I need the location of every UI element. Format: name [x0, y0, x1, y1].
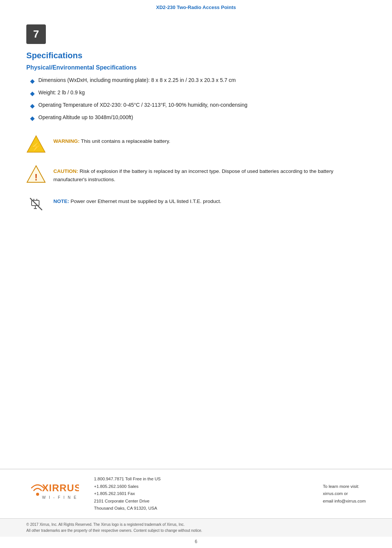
- footer-legal: © 2017 Xirrus, Inc. All Rights Reserved.…: [0, 518, 392, 537]
- page-content: 7 Specifications Physical/Environmental …: [0, 13, 392, 269]
- caution-text: CAUTION: Risk of explosion if the batter…: [53, 164, 366, 183]
- svg-text:XIRRUS: XIRRUS: [42, 482, 79, 494]
- visit-line2: email info@xirrus.com: [323, 498, 366, 505]
- xirrus-logo-svg: XIRRUS W I - F I N E T W O R K S: [26, 479, 79, 507]
- visit-line1: xirrus.com or: [323, 490, 366, 498]
- section-title: Specifications: [26, 51, 366, 61]
- legal-line2: All other trademarks are the property of…: [26, 528, 366, 534]
- list-item: ◆ Dimensions (WxDxH, including mounting …: [30, 76, 366, 86]
- footer-visit: To learn more visit: xirrus.com or email…: [323, 483, 366, 505]
- caution-icon: !: [26, 164, 46, 184]
- caution-label: CAUTION:: [53, 168, 78, 174]
- spec-text: Dimensions (WxDxH, including mounting pl…: [38, 76, 236, 84]
- svg-text:⚡: ⚡: [30, 141, 42, 153]
- footer-logo: XIRRUS W I - F I N E T W O R K S: [26, 479, 79, 509]
- spec-text: Operating Temperature of XD2-230: 0-45°C…: [38, 101, 247, 109]
- note-icon: [26, 194, 46, 214]
- visit-label: To learn more visit:: [323, 483, 366, 490]
- note-body: Power over Ethernet must be supplied by …: [71, 198, 221, 204]
- note-notice: NOTE: Power over Ethernet must be suppli…: [26, 194, 366, 214]
- caution-body: Risk of explosion if the battery is repl…: [53, 168, 333, 182]
- contact-line2: +1.805.262.1600 Sales: [94, 483, 308, 490]
- svg-text:!: !: [35, 172, 38, 182]
- caution-notice: ! CAUTION: Risk of explosion if the batt…: [26, 164, 366, 184]
- contact-line4: 2101 Corporate Center Drive: [94, 498, 308, 505]
- svg-point-10: [36, 493, 39, 496]
- legal-line1: © 2017 Xirrus, Inc. All Rights Reserved.…: [26, 522, 366, 528]
- bullet-icon: ◆: [30, 89, 35, 98]
- chapter-badge: 7: [26, 24, 46, 44]
- bullet-icon: ◆: [30, 101, 35, 111]
- contact-line3: +1.805.262.1601 Fax: [94, 490, 308, 498]
- warning-icon: ⚡: [26, 134, 46, 154]
- bullet-icon: ◆: [30, 77, 35, 86]
- warning-text: WARNING: This unit contains a replaceabl…: [53, 134, 170, 145]
- footer-contact: 1.800.947.7871 Toll Free in the US +1.80…: [94, 475, 308, 512]
- page-number: 6: [0, 537, 392, 548]
- warning-notice: ⚡ WARNING: This unit contains a replacea…: [26, 134, 366, 154]
- page-header: XD2-230 Two-Radio Access Points: [0, 0, 392, 13]
- warning-label: WARNING:: [53, 138, 80, 144]
- list-item: ◆ Weight: 2 lb / 0.9 kg: [30, 89, 366, 98]
- svg-text:W I - F I   N E T W O R K S: W I - F I N E T W O R K S: [42, 495, 79, 500]
- spec-text: Weight: 2 lb / 0.9 kg: [38, 89, 85, 97]
- note-label: NOTE:: [53, 198, 69, 204]
- footer-main: XIRRUS W I - F I N E T W O R K S 1.800.9…: [0, 469, 392, 518]
- list-item: ◆ Operating Temperature of XD2-230: 0-45…: [30, 101, 366, 111]
- warning-body: This unit contains a replaceable battery…: [81, 138, 170, 144]
- list-item: ◆ Operating Altitude up to 3048m/10,000f…: [30, 114, 366, 123]
- specs-list: ◆ Dimensions (WxDxH, including mounting …: [26, 76, 366, 123]
- subsection-title: Physical/Environmental Specifications: [26, 64, 366, 71]
- note-text: NOTE: Power over Ethernet must be suppli…: [53, 194, 221, 206]
- header-title: XD2-230 Two-Radio Access Points: [156, 5, 236, 10]
- contact-line1: 1.800.947.7871 Toll Free in the US: [94, 475, 308, 483]
- contact-line5: Thousand Oaks, CA 91320, USA: [94, 505, 308, 512]
- spec-text: Operating Altitude up to 3048m/10,000ft): [38, 114, 133, 121]
- page-footer: XIRRUS W I - F I N E T W O R K S 1.800.9…: [0, 469, 392, 548]
- bullet-icon: ◆: [30, 114, 35, 123]
